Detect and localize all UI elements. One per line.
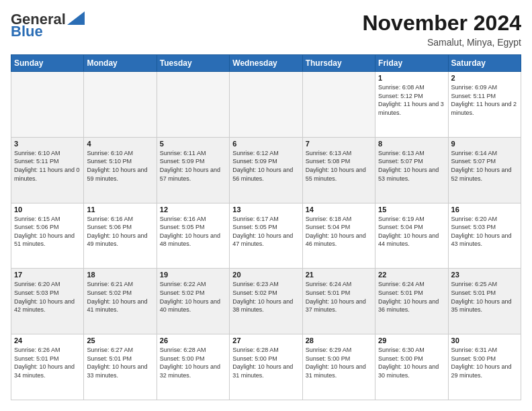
table-row xyxy=(157,72,229,138)
table-row: 28Sunrise: 6:29 AMSunset: 5:00 PMDayligh… xyxy=(302,334,375,400)
table-row: 19Sunrise: 6:22 AMSunset: 5:02 PMDayligh… xyxy=(157,269,229,334)
page: General Blue November 2024 Samalut, Miny… xyxy=(0,0,532,411)
table-row: 12Sunrise: 6:16 AMSunset: 5:05 PMDayligh… xyxy=(157,203,229,269)
table-row: 4Sunrise: 6:10 AMSunset: 5:10 PMDaylight… xyxy=(84,137,157,203)
table-row: 26Sunrise: 6:28 AMSunset: 5:00 PMDayligh… xyxy=(157,334,229,400)
table-row xyxy=(84,72,157,138)
logo-icon xyxy=(67,11,85,25)
table-row xyxy=(230,72,302,138)
table-row xyxy=(302,72,375,138)
table-row: 3Sunrise: 6:10 AMSunset: 5:11 PMDaylight… xyxy=(11,137,84,203)
table-row: 1Sunrise: 6:08 AMSunset: 5:12 PMDaylight… xyxy=(375,72,448,138)
logo: General Blue xyxy=(11,11,85,40)
calendar: Sunday Monday Tuesday Wednesday Thursday… xyxy=(11,54,521,400)
table-row: 21Sunrise: 6:24 AMSunset: 5:01 PMDayligh… xyxy=(302,269,375,334)
col-saturday: Saturday xyxy=(448,55,521,72)
col-tuesday: Tuesday xyxy=(157,55,229,72)
table-row: 27Sunrise: 6:28 AMSunset: 5:00 PMDayligh… xyxy=(230,334,302,400)
table-row: 30Sunrise: 6:31 AMSunset: 5:00 PMDayligh… xyxy=(448,334,521,400)
table-row: 18Sunrise: 6:21 AMSunset: 5:02 PMDayligh… xyxy=(84,269,157,334)
table-row: 24Sunrise: 6:26 AMSunset: 5:01 PMDayligh… xyxy=(11,334,84,400)
location: Samalut, Minya, Egypt xyxy=(362,37,521,48)
table-row: 17Sunrise: 6:20 AMSunset: 5:03 PMDayligh… xyxy=(11,269,84,334)
month-title: November 2024 xyxy=(362,11,521,36)
calendar-header-row: Sunday Monday Tuesday Wednesday Thursday… xyxy=(11,55,521,72)
table-row: 5Sunrise: 6:11 AMSunset: 5:09 PMDaylight… xyxy=(157,137,229,203)
table-row: 23Sunrise: 6:25 AMSunset: 5:01 PMDayligh… xyxy=(448,269,521,334)
table-row: 20Sunrise: 6:23 AMSunset: 5:02 PMDayligh… xyxy=(230,269,302,334)
table-row: 7Sunrise: 6:13 AMSunset: 5:08 PMDaylight… xyxy=(302,137,375,203)
header: General Blue November 2024 Samalut, Miny… xyxy=(11,11,521,48)
table-row: 22Sunrise: 6:24 AMSunset: 5:01 PMDayligh… xyxy=(375,269,448,334)
table-row: 6Sunrise: 6:12 AMSunset: 5:09 PMDaylight… xyxy=(230,137,302,203)
table-row: 2Sunrise: 6:09 AMSunset: 5:11 PMDaylight… xyxy=(448,72,521,138)
table-row: 8Sunrise: 6:13 AMSunset: 5:07 PMDaylight… xyxy=(375,137,448,203)
table-row: 11Sunrise: 6:16 AMSunset: 5:06 PMDayligh… xyxy=(84,203,157,269)
col-wednesday: Wednesday xyxy=(230,55,302,72)
table-row: 29Sunrise: 6:30 AMSunset: 5:00 PMDayligh… xyxy=(375,334,448,400)
table-row: 10Sunrise: 6:15 AMSunset: 5:06 PMDayligh… xyxy=(11,203,84,269)
logo-blue: Blue xyxy=(11,23,43,40)
svg-marker-0 xyxy=(67,11,85,25)
table-row: 9Sunrise: 6:14 AMSunset: 5:07 PMDaylight… xyxy=(448,137,521,203)
col-sunday: Sunday xyxy=(11,55,84,72)
table-row: 13Sunrise: 6:17 AMSunset: 5:05 PMDayligh… xyxy=(230,203,302,269)
col-thursday: Thursday xyxy=(302,55,375,72)
col-monday: Monday xyxy=(84,55,157,72)
table-row: 14Sunrise: 6:18 AMSunset: 5:04 PMDayligh… xyxy=(302,203,375,269)
col-friday: Friday xyxy=(375,55,448,72)
table-row: 15Sunrise: 6:19 AMSunset: 5:04 PMDayligh… xyxy=(375,203,448,269)
table-row: 16Sunrise: 6:20 AMSunset: 5:03 PMDayligh… xyxy=(448,203,521,269)
table-row: 25Sunrise: 6:27 AMSunset: 5:01 PMDayligh… xyxy=(84,334,157,400)
table-row xyxy=(11,72,84,138)
title-section: November 2024 Samalut, Minya, Egypt xyxy=(362,11,521,48)
